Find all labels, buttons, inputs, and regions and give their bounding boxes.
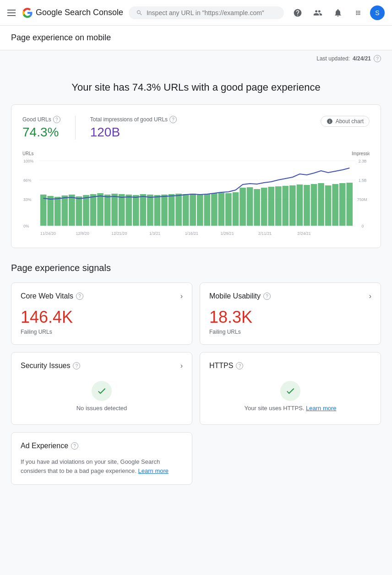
svg-text:Impressions: Impressions xyxy=(352,151,370,156)
https-help-icon[interactable]: ? xyxy=(236,362,243,369)
svg-rect-30 xyxy=(154,195,161,226)
security-issues-card: Security Issues ? › No issues detected xyxy=(11,352,192,425)
page-title-bar: Page experience on mobile xyxy=(0,26,392,50)
google-logo-icon xyxy=(22,7,33,18)
core-web-vitals-help-icon[interactable]: ? xyxy=(76,293,83,300)
chart-svg: URLs 100% 66% 33% 0% Impressions 2.3B 1.… xyxy=(22,149,370,240)
svg-rect-22 xyxy=(97,193,103,226)
svg-text:11/24/20: 11/24/20 xyxy=(40,231,56,236)
svg-rect-35 xyxy=(190,194,196,226)
svg-text:33%: 33% xyxy=(23,197,32,202)
svg-rect-53 xyxy=(318,183,324,226)
info-icon xyxy=(327,118,333,125)
svg-text:2/11/21: 2/11/21 xyxy=(258,231,272,236)
svg-rect-19 xyxy=(76,196,82,226)
svg-rect-15 xyxy=(47,196,54,226)
mobile-usability-subtitle: Failing URLs xyxy=(209,329,371,335)
signals-title: Page experience signals xyxy=(11,263,381,273)
good-urls-help-icon[interactable]: ? xyxy=(53,116,60,123)
svg-rect-17 xyxy=(62,195,68,226)
svg-rect-52 xyxy=(311,184,317,226)
svg-rect-54 xyxy=(325,185,332,226)
last-updated-help-icon[interactable]: ? xyxy=(374,55,381,62)
https-card: HTTPS ? Your site uses HTTPS. Learn more xyxy=(200,352,381,425)
svg-rect-43 xyxy=(247,187,253,226)
menu-icon[interactable] xyxy=(7,10,16,16)
security-issues-title: Security Issues ? xyxy=(21,362,80,370)
core-web-vitals-value: 146.4K xyxy=(21,308,183,327)
svg-rect-14 xyxy=(40,195,47,226)
good-urls-value: 74.3% xyxy=(22,125,60,140)
https-learn-more-link[interactable]: Learn more xyxy=(306,405,336,412)
metric-divider xyxy=(75,116,76,140)
url-search-input[interactable] xyxy=(147,9,277,16)
impressions-metric: Total impressions of good URLs ? 120B xyxy=(90,116,177,140)
https-title: HTTPS ? xyxy=(209,362,243,370)
last-updated-bar: Last updated: 4/24/21 ? xyxy=(0,50,392,67)
chart-area: URLs 100% 66% 33% 0% Impressions 2.3B 1.… xyxy=(22,149,370,240)
svg-text:66%: 66% xyxy=(23,178,32,183)
url-search-bar[interactable] xyxy=(129,6,284,19)
svg-rect-39 xyxy=(218,193,225,226)
svg-text:1.5B: 1.5B xyxy=(359,178,367,183)
ad-experience-learn-more-link[interactable]: Learn more xyxy=(138,467,169,474)
svg-rect-26 xyxy=(125,195,132,226)
https-header: HTTPS ? xyxy=(209,362,371,370)
ad-experience-card: Ad Experience ? If you have ad violation… xyxy=(11,432,192,485)
hero-section: Your site has 74.3% URLs with a good pag… xyxy=(11,67,381,104)
svg-text:0%: 0% xyxy=(23,224,29,228)
svg-rect-29 xyxy=(147,195,153,226)
svg-rect-48 xyxy=(283,186,289,226)
apps-grid-icon[interactable] xyxy=(350,5,366,21)
svg-text:1/3/21: 1/3/21 xyxy=(149,231,160,236)
security-issues-help-icon[interactable]: ? xyxy=(73,362,80,369)
svg-rect-44 xyxy=(254,189,260,226)
about-chart-button[interactable]: About chart xyxy=(321,116,370,127)
svg-rect-51 xyxy=(304,185,310,226)
good-urls-metric: Good URLs ? 74.3% xyxy=(22,116,60,140)
svg-rect-49 xyxy=(289,185,296,226)
svg-text:1/29/21: 1/29/21 xyxy=(220,231,234,236)
core-web-vitals-card: Core Web Vitals ? › 146.4K Failing URLs xyxy=(11,282,192,345)
checkmark-icon xyxy=(97,386,107,396)
svg-rect-27 xyxy=(133,195,139,226)
ad-experience-help-icon[interactable]: ? xyxy=(71,442,78,450)
svg-rect-34 xyxy=(183,194,189,226)
core-web-vitals-subtitle: Failing URLs xyxy=(21,329,183,335)
https-check-circle xyxy=(280,381,300,401)
page-title: Page experience on mobile xyxy=(11,33,381,43)
security-issues-header: Security Issues ? › xyxy=(21,362,183,370)
svg-rect-32 xyxy=(169,194,175,226)
app-logo: Google Search Console xyxy=(22,7,123,18)
mobile-usability-arrow[interactable]: › xyxy=(369,292,371,300)
signals-grid: Core Web Vitals ? › 146.4K Failing URLs … xyxy=(11,282,381,425)
security-issues-arrow[interactable]: › xyxy=(180,362,183,370)
svg-rect-18 xyxy=(69,195,75,226)
help-icon[interactable] xyxy=(289,5,306,21)
svg-text:12/8/20: 12/8/20 xyxy=(76,231,89,236)
svg-rect-33 xyxy=(175,194,182,226)
signals-section: Page experience signals Core Web Vitals … xyxy=(11,263,381,485)
ad-experience-row: Ad Experience ? If you have ad violation… xyxy=(11,432,381,485)
mobile-usability-value: 18.3K xyxy=(209,308,371,327)
svg-text:100%: 100% xyxy=(23,159,33,163)
svg-text:12/21/20: 12/21/20 xyxy=(111,231,127,236)
svg-text:2/24/21: 2/24/21 xyxy=(298,231,311,236)
notifications-icon[interactable] xyxy=(330,5,346,21)
svg-text:URLs: URLs xyxy=(22,151,33,156)
avatar[interactable]: S xyxy=(370,5,385,20)
svg-rect-55 xyxy=(332,184,338,226)
impressions-help-icon[interactable]: ? xyxy=(169,116,177,123)
mobile-usability-header: Mobile Usability ? › xyxy=(209,292,371,300)
core-web-vitals-title: Core Web Vitals ? xyxy=(21,292,83,300)
svg-text:1/16/21: 1/16/21 xyxy=(185,231,198,236)
svg-rect-56 xyxy=(339,183,346,226)
svg-rect-47 xyxy=(275,186,282,226)
core-web-vitals-header: Core Web Vitals ? › xyxy=(21,292,183,300)
svg-rect-20 xyxy=(83,195,89,226)
https-checkmark-icon xyxy=(285,386,295,396)
svg-rect-28 xyxy=(140,194,147,226)
core-web-vitals-arrow[interactable]: › xyxy=(180,292,183,300)
mobile-usability-help-icon[interactable]: ? xyxy=(263,293,271,300)
people-icon[interactable] xyxy=(310,5,326,21)
